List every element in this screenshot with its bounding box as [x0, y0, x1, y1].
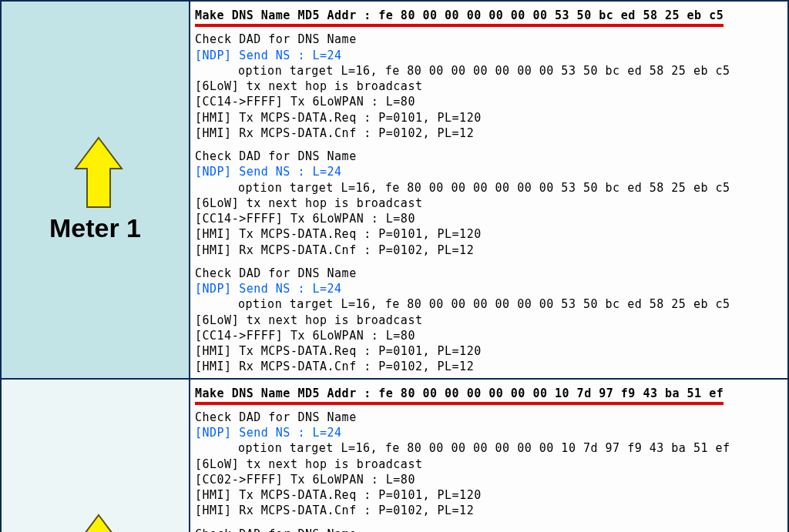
rx-cnf: [HMI] Rx MCPS-DATA.Cnf : P=0102, PL=12 [195, 243, 783, 258]
log-panel: Make DNS Name MD5 Addr : fe 80 00 00 00 … [190, 2, 787, 378]
check-title: Check DAD for DNS Name [195, 32, 783, 47]
dns-header: Make DNS Name MD5 Addr : fe 80 00 00 00 … [195, 8, 724, 27]
tx-6lowpan: [CC02->FFFF] Tx 6LoWPAN : L=80 [195, 472, 783, 487]
up-arrow-icon [74, 136, 117, 206]
check-title: Check DAD for DNS Name [195, 149, 783, 164]
svg-marker-0 [76, 138, 122, 207]
ndp-send: [NDP] Send NS : L=24 [195, 281, 783, 296]
dad-block: Check DAD for DNS Name [NDP] Send NS : L… [195, 527, 783, 533]
up-arrow-icon [74, 514, 117, 532]
rx-cnf: [HMI] Rx MCPS-DATA.Cnf : P=0102, PL=12 [195, 503, 783, 518]
option-target: option target L=16, fe 80 00 00 00 00 00… [195, 180, 783, 196]
meter-label-cell: Meter 1 [2, 2, 190, 378]
check-title: Check DAD for DNS Name [195, 266, 783, 281]
tx-req: [HMI] Tx MCPS-DATA.Req : P=0101, PL=120 [195, 343, 783, 359]
tx-6lowpan: [CC14->FFFF] Tx 6LoWPAN : L=80 [195, 328, 783, 343]
6low-line: [6LoW] tx next hop is broadcast [195, 457, 783, 472]
meter-row: Meter 1 Make DNS Name MD5 Addr : fe 80 0… [2, 2, 787, 380]
diagram-frame: Meter 1 Make DNS Name MD5 Addr : fe 80 0… [0, 0, 789, 532]
dns-header: Make DNS Name MD5 Addr : fe 80 00 00 00 … [195, 386, 724, 405]
dad-block: Check DAD for DNS Name [NDP] Send NS : L… [195, 32, 783, 141]
tx-req: [HMI] Tx MCPS-DATA.Req : P=0101, PL=120 [195, 226, 783, 242]
meter-label: Meter 1 [49, 213, 141, 243]
ndp-send: [NDP] Send NS : L=24 [195, 425, 783, 440]
option-target: option target L=16, fe 80 00 00 00 00 00… [195, 63, 783, 79]
option-target: option target L=16, fe 80 00 00 00 00 00… [195, 440, 783, 456]
dad-block: Check DAD for DNS Name [NDP] Send NS : L… [195, 266, 783, 375]
log-panel: Make DNS Name MD5 Addr : fe 80 00 00 00 … [190, 380, 787, 533]
meter-label-cell: Meter 2 [2, 380, 190, 533]
svg-marker-1 [76, 515, 122, 532]
rx-cnf: [HMI] Rx MCPS-DATA.Cnf : P=0102, PL=12 [195, 125, 783, 141]
tx-6lowpan: [CC14->FFFF] Tx 6LoWPAN : L=80 [195, 211, 783, 226]
meter-row: Meter 2 Make DNS Name MD5 Addr : fe 80 0… [2, 380, 787, 533]
6low-line: [6LoW] tx next hop is broadcast [195, 79, 783, 94]
dad-block: Check DAD for DNS Name [NDP] Send NS : L… [195, 149, 783, 258]
option-target: option target L=16, fe 80 00 00 00 00 00… [195, 296, 783, 312]
tx-req: [HMI] Tx MCPS-DATA.Req : P=0101, PL=120 [195, 110, 783, 125]
6low-line: [6LoW] tx next hop is broadcast [195, 313, 783, 328]
ndp-send: [NDP] Send NS : L=24 [195, 48, 783, 63]
check-title: Check DAD for DNS Name [195, 527, 783, 533]
dad-block: Check DAD for DNS Name [NDP] Send NS : L… [195, 410, 783, 519]
rx-cnf: [HMI] Rx MCPS-DATA.Cnf : P=0102, PL=12 [195, 359, 783, 374]
check-title: Check DAD for DNS Name [195, 410, 783, 425]
ndp-send: [NDP] Send NS : L=24 [195, 164, 783, 179]
tx-req: [HMI] Tx MCPS-DATA.Req : P=0101, PL=120 [195, 487, 783, 503]
tx-6lowpan: [CC14->FFFF] Tx 6LoWPAN : L=80 [195, 94, 783, 109]
6low-line: [6LoW] tx next hop is broadcast [195, 196, 783, 211]
